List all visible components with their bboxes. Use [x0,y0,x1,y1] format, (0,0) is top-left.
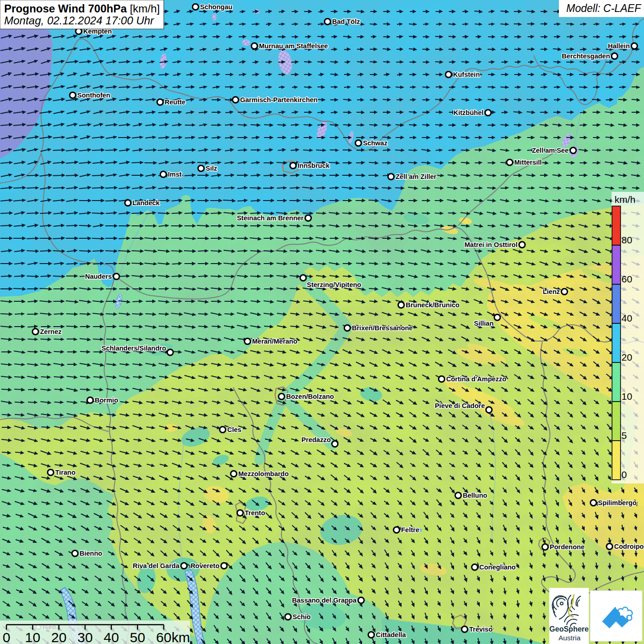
svg-text:Zell am See: Zell am See [532,147,569,154]
svg-text:Landeck: Landeck [132,199,160,207]
svg-text:20: 20 [51,630,66,644]
svg-text:Montag, 02.12.2024 17:00 Uhr: Montag, 02.12.2024 17:00 Uhr [4,14,155,27]
svg-text:Zell am Ziller: Zell am Ziller [396,173,437,180]
svg-text:Kufstein: Kufstein [453,71,480,78]
svg-text:0: 0 [3,630,11,644]
svg-text:Meran/Merano: Meran/Merano [252,338,297,345]
svg-text:Rovereto: Rovereto [190,562,219,569]
svg-text:Bad Tölz: Bad Tölz [332,18,360,25]
svg-text:30: 30 [77,630,92,644]
svg-text:Sillian: Sillian [474,320,494,327]
svg-text:Codroipo: Codroipo [614,543,644,550]
svg-text:km/h: km/h [615,194,636,205]
svg-text:80: 80 [621,235,632,245]
svg-text:Hallein: Hallein [608,42,630,50]
svg-text:Pieve di Cadore: Pieve di Cadore [435,402,485,409]
svg-text:Nauders: Nauders [85,273,112,280]
svg-text:50: 50 [130,630,145,644]
svg-text:Imst: Imst [168,171,182,178]
svg-text:Berchtesgaden: Berchtesgaden [562,52,610,60]
svg-text:Matrei in Osttirol: Matrei in Osttirol [465,241,518,248]
svg-text:Bruneck/Brunico: Bruneck/Brunico [406,301,460,309]
svg-text:Sonthofen: Sonthofen [77,92,110,99]
svg-text:Mezzolombardo: Mezzolombardo [238,470,289,477]
svg-text:Cles: Cles [227,426,242,433]
svg-text:Austria: Austria [558,634,581,642]
svg-text:GeoSphere: GeoSphere [549,625,588,633]
svg-text:Riva del Garda: Riva del Garda [132,562,179,569]
svg-text:Treviso: Treviso [469,626,493,633]
svg-text:Prognose Wind 700hPa [km/h]: Prognose Wind 700hPa [km/h] [4,2,160,15]
svg-text:Predazzo: Predazzo [301,436,331,443]
svg-text:Steinach am Brenner: Steinach am Brenner [237,214,304,222]
svg-text:Spilimbergo: Spilimbergo [598,499,637,506]
svg-text:Cittadella: Cittadella [376,631,406,638]
svg-text:Mittersill: Mittersill [514,159,542,166]
svg-text:10: 10 [621,391,632,402]
svg-text:40: 40 [104,630,119,644]
svg-text:Schwaz: Schwaz [363,139,387,147]
svg-text:40: 40 [621,313,632,323]
svg-text:Bassano del Grappa: Bassano del Grappa [292,597,357,604]
svg-text:Silz: Silz [206,165,217,172]
svg-text:20: 20 [621,352,632,362]
svg-text:Bormio: Bormio [95,397,118,404]
svg-text:60: 60 [156,630,171,644]
svg-text:Innsbruck: Innsbruck [298,162,330,169]
svg-text:Schlanders/Silandro: Schlanders/Silandro [102,345,166,352]
svg-text:Pordenone: Pordenone [550,543,585,551]
svg-text:Sterzing/Vipiteno: Sterzing/Vipiteno [307,281,361,288]
svg-text:Modell: C-LAEF: Modell: C-LAEF [566,2,642,14]
svg-text:Garmisch-Partenkirchen: Garmisch-Partenkirchen [240,96,317,104]
svg-text:Zernez: Zernez [40,328,62,335]
svg-text:Cortina d'Ampezzo: Cortina d'Ampezzo [446,375,506,383]
svg-text:Conegliano: Conegliano [479,564,516,571]
svg-text:Reutte: Reutte [165,98,185,106]
svg-text:Feltre: Feltre [401,526,420,534]
svg-text:Tirano: Tirano [55,469,75,476]
svg-text:Trento: Trento [245,509,265,517]
svg-text:Brixen/Bressanone: Brixen/Bressanone [352,324,413,332]
svg-text:Bozen/Bolzano: Bozen/Bolzano [286,393,334,400]
svg-text:Schongau: Schongau [200,3,232,11]
svg-text:Schio: Schio [293,613,311,621]
svg-text:km: km [172,630,190,644]
svg-text:10: 10 [25,630,40,644]
svg-text:Lienz: Lienz [543,288,560,295]
svg-text:Murnau am Staffelsee: Murnau am Staffelsee [259,42,328,50]
svg-text:Belluno: Belluno [463,492,487,499]
svg-text:60: 60 [621,274,632,284]
svg-text:0: 0 [621,469,627,480]
svg-text:Kitzbühel: Kitzbühel [454,109,483,116]
svg-text:Bienno: Bienno [80,550,102,557]
svg-text:5: 5 [621,430,627,441]
